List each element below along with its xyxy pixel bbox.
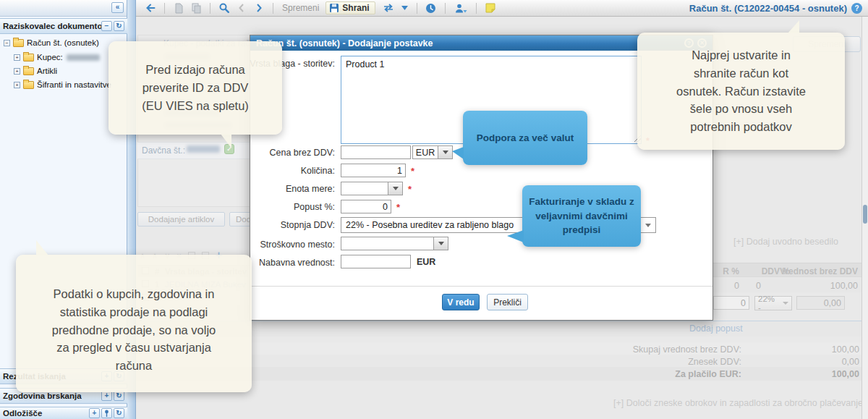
tree-root-label: Račun št. (osnutek) [27, 38, 99, 47]
previous-icon[interactable] [235, 2, 248, 14]
discount-input[interactable] [341, 200, 391, 213]
change-button[interactable]: Spremeni [282, 3, 319, 13]
back-icon[interactable] [144, 2, 157, 14]
transfer-icon[interactable] [380, 2, 396, 14]
required-marker: * [408, 184, 412, 195]
toolbar-separator [164, 3, 165, 14]
folder-icon [23, 54, 34, 62]
tax-tooltip-text: Fakturiranje v skladu z veljavnimi davčn… [522, 195, 641, 237]
currency-tooltip: Podpora za več valut [463, 111, 587, 165]
toolbar-separator [476, 3, 477, 14]
note-icon[interactable] [484, 2, 497, 14]
unit-dropdown-button[interactable] [388, 182, 403, 195]
plus-icon[interactable]: + [89, 408, 100, 418]
minimize-icon[interactable]: − [101, 21, 112, 31]
folder-icon [23, 81, 34, 89]
currency-value: EUR [416, 148, 435, 158]
tree-articles-label: Artikli [37, 67, 57, 75]
tree-item-codebooks[interactable]: + Šifranti in nastavitve [14, 80, 111, 89]
vertical-scrollbar[interactable] [861, 17, 868, 419]
tree-codebooks-label: Šifranti in nastavitve [37, 80, 111, 89]
vies-tooltip-text: Pred izdajo računa preverite ID za DDV (… [133, 61, 258, 114]
save-label: Shrani [342, 3, 369, 13]
search-icon[interactable] [218, 2, 231, 14]
expand-node-icon[interactable]: + [14, 82, 20, 88]
folder-icon [23, 67, 34, 75]
collapse-node-icon[interactable]: − [4, 40, 10, 46]
user-icon[interactable] [453, 2, 469, 14]
expand-node-icon[interactable]: + [14, 54, 20, 61]
cost-center-dropdown-button[interactable] [434, 237, 448, 250]
explorer-header[interactable]: Raziskovalec dokumentov − ↻ [0, 18, 127, 34]
price-label: Cena brez DDV: [187, 148, 335, 158]
currency-dropdown-button[interactable] [438, 145, 453, 159]
main-toolbar: Spremeni Shrani Račun št. (C12022-00454 … [136, 0, 868, 17]
save-button[interactable]: Shrani [326, 1, 375, 14]
plus-icon[interactable]: + [101, 391, 112, 401]
tree-item-invoice-root[interactable]: − Račun št. (osnutek) [4, 38, 99, 47]
clipboard-title: Odložišče [3, 409, 89, 418]
discount-label: Popust %: [187, 202, 335, 212]
explorer-title: Raziskovalec dokumentov [3, 22, 101, 30]
toolbar-separator [445, 3, 446, 14]
required-marker: * [396, 202, 400, 213]
tooltip-pointer [452, 147, 464, 159]
quantity-label: Količina: [187, 166, 335, 176]
cancel-button[interactable]: Prekliči [487, 294, 528, 310]
clipboard-panel[interactable]: Odložišče + ↻ [0, 407, 127, 419]
refresh-icon[interactable]: ↻ [114, 21, 124, 31]
quantity-input[interactable] [341, 164, 406, 177]
unit-input[interactable] [341, 182, 388, 195]
tree-customer-label: Kupec: [37, 53, 63, 62]
tooltip-pointer [36, 240, 48, 255]
invoice-reference: Račun št. (C12022-00454 - osnutek) [689, 3, 847, 14]
tooltip-pointer [788, 20, 799, 33]
refresh-icon[interactable]: ↻ [114, 408, 124, 418]
save-disk-icon [329, 3, 339, 13]
cost-center-label: Stroškovno mesto: [187, 240, 335, 250]
folder-icon [13, 39, 24, 47]
price-input[interactable] [341, 145, 411, 159]
tree-item-articles[interactable]: + Artikli [14, 67, 57, 75]
currency-box: EUR [412, 145, 438, 159]
unit-label: Enota mere: [187, 184, 335, 194]
customers-tooltip: Podatki o kupcih, zgodovina in statistik… [16, 255, 252, 392]
ok-button[interactable]: V redu [442, 294, 480, 310]
draft-tooltip-text: Najprej ustvarite in shranite račun kot … [671, 46, 812, 136]
tooltip-pointer [221, 134, 231, 148]
collapse-sidebar-button[interactable]: « [111, 2, 124, 13]
browse-history-title: Zgodovina brskanja [3, 392, 101, 400]
refresh-icon[interactable]: ↻ [114, 391, 124, 401]
dialog-footer-separator [250, 286, 712, 287]
history-clock-icon[interactable] [425, 2, 438, 14]
scrollbar-thumb[interactable] [863, 205, 867, 224]
new-document-icon[interactable] [172, 2, 185, 14]
cost-center-input[interactable] [341, 237, 434, 250]
tree-item-customer[interactable]: + Kupec: [14, 53, 100, 62]
customers-tooltip-text: Podatki o kupcih, zgodovina in statistik… [46, 285, 223, 375]
toolbar-separator [210, 3, 210, 14]
vies-tooltip: Pred izdajo računa preverite ID za DDV (… [109, 41, 282, 135]
currency-tooltip-text: Podpora za več valut [469, 131, 581, 145]
sidebar-top-strip: « [0, 0, 127, 17]
dialog-title: Račun št. (osnutek) - Dodajanje postavke [256, 38, 433, 48]
copy-document-icon[interactable] [190, 2, 203, 14]
purchase-currency: EUR [417, 257, 435, 267]
next-icon[interactable] [252, 2, 265, 14]
toolbar-separator [417, 3, 417, 14]
purchase-value-input[interactable] [341, 255, 411, 268]
expand-node-icon[interactable]: + [14, 68, 20, 75]
draft-tooltip: Najprej ustvarite in shranite račun kot … [637, 33, 845, 150]
transfer-dropdown-icon[interactable] [401, 2, 409, 14]
toolbar-separator [273, 3, 273, 14]
chevron-down-icon [645, 224, 651, 227]
pin-icon[interactable] [101, 408, 112, 418]
tree-customer-name-redacted [67, 54, 100, 61]
tax-tooltip: Fakturiranje v skladu z veljavnimi davčn… [522, 185, 641, 247]
vat-rate-value: 22% - Posebna ureditev za rabljeno blago [346, 220, 514, 230]
required-marker: * [411, 166, 414, 177]
tooltip-pointer [507, 230, 524, 242]
help-icon[interactable]: ? [851, 3, 862, 14]
vat-rate-label: Stopnja DDV: [187, 220, 335, 230]
